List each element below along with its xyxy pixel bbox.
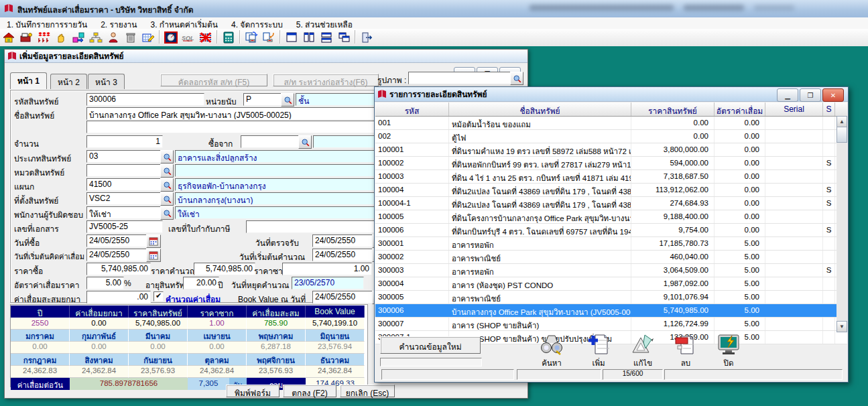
status-cell-1: [381, 369, 514, 380]
scrollbar-thumb[interactable]: [836, 127, 847, 143]
ledger-icon[interactable]: [17, 29, 35, 45]
edit-button[interactable]: แก้ไข: [624, 332, 662, 369]
satellite-icon[interactable]: [162, 29, 180, 45]
window-maximize-icon[interactable]: [283, 29, 300, 45]
tile-horizontal-icon[interactable]: [318, 29, 335, 45]
home-icon[interactable]: [0, 29, 17, 45]
calculator-icon[interactable]: [220, 29, 237, 45]
form-window-titlebar[interactable]: เพิ่มข้อมูลรายละเอียดสินทรัพย์: [5, 50, 528, 63]
quantity-field[interactable]: 1: [86, 135, 163, 148]
close-button[interactable]: ✕: [822, 88, 844, 102]
table-row[interactable]: 300002 อาคารพาณิชย์ 460,040.00 5.00: [375, 251, 847, 264]
cascade-windows-icon[interactable]: [335, 29, 353, 45]
tab-page1[interactable]: หน้า 1: [10, 72, 47, 89]
batch-post-icon[interactable]: [35, 29, 52, 45]
exit-icon[interactable]: [358, 29, 375, 45]
doc-export-icon[interactable]: [243, 29, 260, 45]
asset-code-field[interactable]: 300006: [86, 93, 204, 106]
asset-under-construction-button[interactable]: ส/ท ระหว่างก่อสร้าง(F6): [273, 74, 379, 86]
add-button[interactable]: เพิ่ม: [580, 332, 617, 369]
user-icon[interactable]: [105, 29, 122, 45]
trash-icon[interactable]: [122, 29, 139, 45]
location-field[interactable]: VSC2: [86, 192, 163, 205]
receive-date-field[interactable]: 24/05/2550: [312, 234, 374, 247]
table-row[interactable]: 001 หม้อต้มน้ำร้อน ของแถม 0.00 0.00: [375, 117, 847, 130]
minimize-button[interactable]: ▁: [777, 88, 798, 102]
dep-start-field[interactable]: 24/05/2550: [86, 249, 148, 261]
table-row[interactable]: 100006 ที่ดินกบินทร์บุรี 4 ตรว. โฉนดเลขท…: [375, 224, 847, 237]
table-row[interactable]: 300006 บ้านกลางกรุง Office Park สุขุมวิท…: [375, 304, 847, 318]
menu-item-5[interactable]: 5. ส่วนช่วยเหลือ: [290, 17, 359, 29]
responsible-lookup-button[interactable]: [160, 206, 174, 220]
tab-page2[interactable]: หน้า 2: [50, 74, 87, 89]
purchased-from-field[interactable]: [241, 135, 301, 148]
close-window-button[interactable]: ปิด: [710, 332, 747, 369]
doc-import-icon[interactable]: [260, 29, 277, 45]
asset-life-field[interactable]: 20.00: [183, 277, 219, 289]
ok-button[interactable]: ตกลง (F2): [283, 385, 336, 397]
menu-item-2[interactable]: 2. รายงาน: [94, 17, 143, 29]
menu-item-3[interactable]: 3. กำหนดค่าเริ่มต้น: [144, 17, 225, 29]
calc-dep-checkbox[interactable]: ✔: [153, 291, 164, 301]
sql-icon[interactable]: SQL: [180, 29, 197, 45]
table-row[interactable]: 100005 ที่ดินโครงการบ้านกลางกรุง Office …: [375, 210, 847, 224]
accum-dep-field[interactable]: .00: [86, 291, 151, 303]
dep-start-calendar-button[interactable]: [146, 249, 161, 262]
department-field[interactable]: 41500: [86, 178, 163, 191]
search-button[interactable]: ค้นหา: [533, 332, 570, 369]
hand-icon[interactable]: [52, 29, 70, 45]
table-row[interactable]: 100003 ที่ดิน 4 ไร่ 1 งาน 25 ตรว. กบินทร…: [375, 170, 847, 184]
purchase-date-calendar-button[interactable]: [146, 234, 161, 248]
copy-asset-code-button[interactable]: คัดลอกรหัส ส/ท (F5): [160, 74, 267, 86]
purchase-date-field[interactable]: 24/05/2550: [86, 234, 148, 247]
org-chart-icon[interactable]: [87, 29, 105, 45]
image-field[interactable]: [408, 72, 513, 84]
asset-group-field[interactable]: [86, 164, 163, 177]
table-row[interactable]: 100002 ที่ดินหอพักกบินทร์ 99 ตรว. เลขที่…: [375, 157, 847, 170]
table-row[interactable]: 002 ตู้ไฟ 0.00 0.00: [375, 130, 847, 143]
purchase-price-field[interactable]: 5,740,985.00: [86, 263, 151, 275]
calc-dep-checkbox-label[interactable]: คำนวณค่าเสื่อม: [166, 291, 221, 306]
calc-start-field[interactable]: 24/05/2550: [312, 249, 374, 261]
table-row[interactable]: 300003 อาคารหอพัก 3,064,509.00 5.00 S: [375, 264, 847, 277]
delete-button[interactable]: ลบ: [667, 332, 704, 369]
recalculate-button[interactable]: คำนวณข้อมูลใหม่: [380, 336, 481, 354]
unit-field[interactable]: P: [243, 93, 284, 106]
transfer-icon[interactable]: [70, 29, 87, 45]
salvage-field[interactable]: 1.00: [282, 263, 372, 275]
restore-button[interactable]: ❐: [800, 88, 821, 102]
responsible-field[interactable]: ให้เช่า: [86, 206, 163, 219]
menu-item-1[interactable]: 1. บันทึกรายการรายวัน: [0, 17, 94, 29]
book-value-date-field[interactable]: 24/05/2550: [312, 291, 374, 303]
table-row[interactable]: 300007 อาคาร (SHOP ขายสินค้า) 1,126,724.…: [375, 318, 847, 331]
table-row[interactable]: 300001 อาคารหอพัก 17,185,780.73 5.00: [375, 237, 847, 251]
purchased-from-lookup-button[interactable]: [298, 135, 312, 149]
menu-item-4[interactable]: 4. จัดการระบบ: [225, 17, 290, 29]
scroll-up-arrow[interactable]: ▲: [836, 116, 847, 127]
asset-list-header[interactable]: รหัสชื่อสินทรัพย์ราคาสินทรัพย์อัตราค่าเส…: [375, 103, 847, 117]
edit-table-icon[interactable]: [139, 29, 157, 45]
depreciation-summary-table: ปีค่าเสื่อมยกมาราคาสินทรัพย์ราคาซากค่าเส…: [10, 304, 368, 387]
tile-vertical-icon[interactable]: [300, 29, 318, 45]
asset-type-lookup-button[interactable]: [160, 150, 174, 163]
table-row[interactable]: 100004 ที่ดิน2แปลง โฉนดที่ 43869 เลขที่ด…: [375, 184, 847, 197]
table-row[interactable]: 100001 ที่ดินรามคำแหง 19 ตรว เลขที่ 5897…: [375, 143, 847, 157]
department-lookup-button[interactable]: [160, 178, 174, 192]
table-row[interactable]: 300005 อาคารพาณิชย์ 9,101,076.94 5.00: [375, 291, 847, 304]
language-flag-icon[interactable]: [197, 29, 214, 45]
list-scrollbar[interactable]: ▲ ▼: [836, 116, 847, 332]
document-no-field[interactable]: JV5005-25: [86, 220, 163, 233]
calc-price-field[interactable]: 5,740,985.00: [194, 263, 255, 275]
scroll-down-arrow[interactable]: ▼: [836, 321, 847, 332]
dep-rate-field[interactable]: 5.00: [86, 277, 124, 289]
asset-group-lookup-button[interactable]: [160, 164, 174, 178]
table-row[interactable]: 300004 อาคาร (ห้องชุด) PST CONDO 1,987,0…: [375, 277, 847, 291]
asset-type-field[interactable]: 03: [86, 150, 163, 163]
unit-lookup-button[interactable]: [281, 93, 294, 107]
image-lookup-button[interactable]: [510, 72, 523, 85]
table-row[interactable]: 100004-1 ที่ดิน2แปลง โฉนดที่ 43869 เลขที…: [375, 197, 847, 210]
location-lookup-button[interactable]: [160, 192, 174, 206]
print-form-button[interactable]: พิมพ์ฟอร์ม: [226, 385, 280, 397]
cancel-button[interactable]: ยกเลิก (Esc): [340, 385, 395, 397]
tab-page3[interactable]: หน้า 3: [88, 74, 125, 89]
